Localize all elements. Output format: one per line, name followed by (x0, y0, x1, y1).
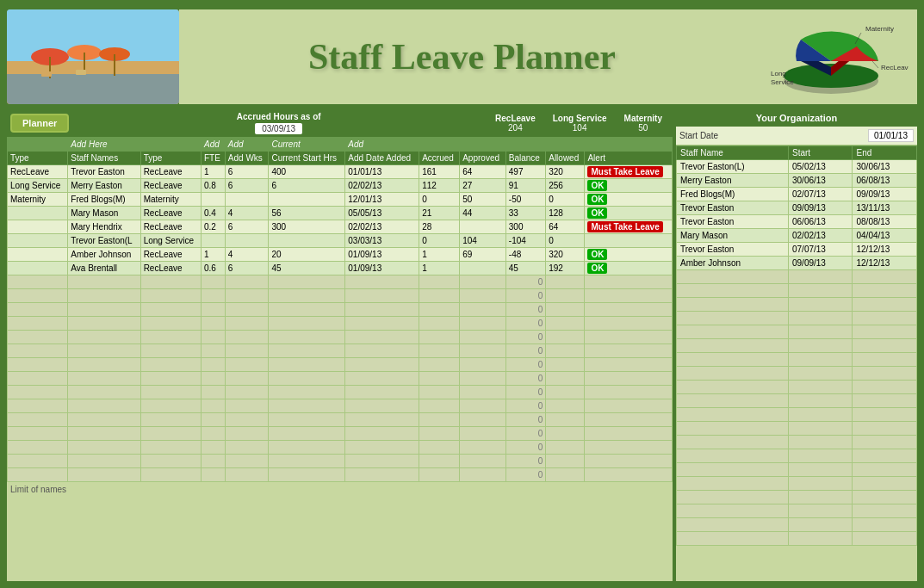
empty-hrs (269, 289, 345, 303)
row-alert: OK (585, 248, 673, 262)
th-start-hrs: Current Start Hrs (269, 152, 345, 165)
row-fte: 0.6 (201, 262, 225, 275)
table-row: 0 (8, 303, 673, 317)
list-item (677, 353, 917, 367)
row-approved: 44 (460, 207, 506, 220)
empty-alert (585, 344, 673, 358)
row-date-added: 02/02/13 (345, 220, 419, 234)
empty-org-start (789, 408, 853, 422)
svg-rect-9 (41, 71, 52, 77)
planner-table: Add Here Add Add Current Add (7, 137, 673, 482)
svg-text:Maternity: Maternity (865, 25, 894, 33)
empty-date (345, 427, 419, 441)
org-row-start: 02/07/13 (789, 188, 853, 201)
org-row-end: 13/11/13 (853, 201, 917, 215)
empty-alert (585, 317, 673, 331)
org-row-name: Amber Johnson (677, 257, 789, 270)
empty-balance: 0 (505, 468, 545, 482)
empty-org-name (677, 394, 789, 408)
svg-rect-2 (7, 74, 179, 104)
row-type: Maternity (8, 193, 68, 207)
staff-names-col-label: Staff Names (71, 153, 118, 163)
empty-accrued (419, 413, 460, 427)
row-wks: 6 (225, 262, 269, 275)
accrued-col-label: Accrued (422, 153, 454, 163)
empty-wks (225, 303, 269, 317)
row-start-hrs: 300 (269, 220, 345, 234)
row-alert: OK (585, 193, 673, 207)
add-wks-label: Add (228, 139, 244, 149)
empty-org-start (789, 270, 853, 284)
empty-allowed (546, 289, 585, 303)
empty-org-start (789, 477, 853, 491)
empty-org-name (677, 270, 789, 284)
empty-type2 (140, 289, 201, 303)
row-approved: 50 (460, 193, 506, 207)
th-add-here: Add Here (68, 138, 202, 152)
th-accrued: Accrued (419, 152, 460, 165)
row-balance: -48 (505, 248, 545, 262)
empty-date (345, 386, 419, 399)
table-row: 0 (8, 372, 673, 386)
empty-org-end (853, 394, 917, 408)
row-type: RecLeave (8, 165, 68, 179)
th-fte: FTE (201, 152, 225, 165)
empty-allowed (546, 427, 585, 441)
empty-fte (201, 441, 225, 455)
empty-type (8, 399, 68, 413)
empty-org-name (677, 325, 789, 339)
list-item: Merry Easton 30/06/13 06/08/13 (677, 174, 917, 188)
org-header-row: Staff Name Start End (677, 146, 917, 160)
row-allowed: 64 (546, 220, 585, 234)
empty-org-start (789, 312, 853, 325)
table-row: 0 (8, 331, 673, 344)
row-type: Long Service (8, 179, 68, 193)
row-allowed: 320 (546, 248, 585, 262)
row-start-hrs (269, 193, 345, 207)
empty-org-start (789, 532, 853, 546)
table-row: 0 (8, 441, 673, 455)
list-item: Mary Mason 02/02/13 04/04/13 (677, 229, 917, 243)
empty-type2 (140, 317, 201, 331)
org-row-start: 30/06/13 (789, 174, 853, 188)
org-th-name: Staff Name (677, 146, 789, 160)
empty-accrued (419, 317, 460, 331)
empty-wks (225, 372, 269, 386)
recleave-label: RecLeave (495, 114, 536, 123)
table-row: 0 (8, 358, 673, 372)
empty-approved (460, 344, 506, 358)
org-row-start: 09/09/13 (789, 201, 853, 215)
empty-org-end (853, 449, 917, 463)
list-item (677, 325, 917, 339)
empty-accrued (419, 372, 460, 386)
empty-balance: 0 (505, 331, 545, 344)
row-start-hrs: 56 (269, 207, 345, 220)
empty-org-name (677, 422, 789, 436)
row-balance: 45 (505, 262, 545, 275)
empty-name (68, 386, 140, 399)
empty-hrs (269, 386, 345, 399)
empty-alert (585, 289, 673, 303)
empty-org-end (853, 408, 917, 422)
empty-accrued (419, 386, 460, 399)
empty-hrs (269, 317, 345, 331)
row-approved (460, 220, 506, 234)
row-wks: 6 (225, 165, 269, 179)
empty-hrs (269, 358, 345, 372)
empty-org-name (677, 298, 789, 312)
empty-org-start (789, 518, 853, 532)
empty-approved (460, 358, 506, 372)
row-name: Mary Hendrix (68, 220, 140, 234)
planner-button[interactable]: Planner (10, 114, 69, 133)
org-name-col-label: Staff Name (680, 148, 723, 158)
row-accrued: 1 (419, 248, 460, 262)
empty-hrs (269, 468, 345, 482)
empty-type2 (140, 455, 201, 468)
empty-alert (585, 303, 673, 317)
list-item (677, 270, 917, 284)
empty-fte (201, 413, 225, 427)
row-accrued: 21 (419, 207, 460, 220)
row-accrued: 0 (419, 234, 460, 248)
empty-wks (225, 399, 269, 413)
empty-balance: 0 (505, 344, 545, 358)
